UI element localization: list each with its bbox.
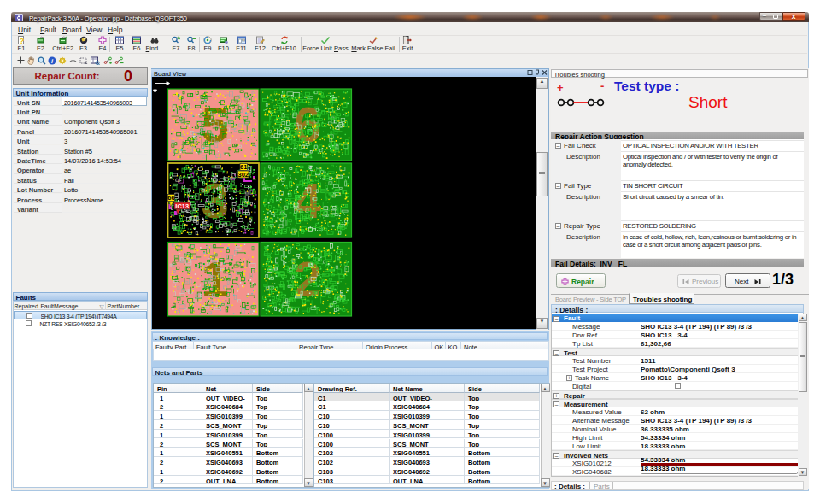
svg-text:-: - [600,80,604,92]
svg-text:66: 66 [167,194,174,202]
svg-text:+: + [557,81,564,94]
svg-text:IC13: IC13 [175,202,189,210]
svg-text:302: 302 [237,171,249,179]
svg-text:?: ? [20,36,25,44]
